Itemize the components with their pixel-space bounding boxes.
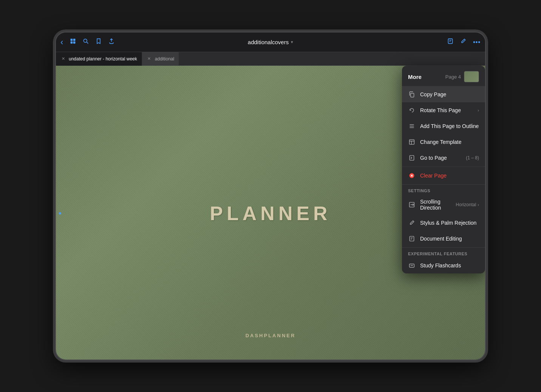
change-template-label: Change Template [420, 139, 479, 145]
svg-line-5 [87, 42, 88, 43]
stylus-palm-item[interactable]: Stylus & Palm Rejection [402, 215, 485, 231]
copy-page-label: Copy Page [420, 91, 479, 97]
subtitle-regular: PLANNER [264, 333, 296, 338]
tab-close-1[interactable]: ✕ [147, 56, 152, 62]
tab-1[interactable]: ✕ additional [142, 52, 179, 66]
divider-3 [402, 247, 485, 248]
rotate-icon [408, 106, 416, 114]
side-indicator [59, 212, 61, 215]
change-template-item[interactable]: Change Template [402, 134, 485, 150]
clear-icon [408, 172, 416, 179]
document-button[interactable] [447, 38, 453, 46]
goto-icon [408, 154, 416, 162]
document-title[interactable]: additionalcovers [248, 39, 289, 45]
copy-page-item[interactable]: Copy Page [402, 86, 485, 102]
copy-icon [408, 91, 416, 98]
content-area: PLANNER DASHPLANNER More Page 4 Copy Pag… [56, 66, 485, 360]
toolbar-center: additionalcovers ▾ [248, 39, 293, 45]
search-button[interactable] [83, 38, 89, 46]
divider-2 [402, 184, 485, 185]
rotate-page-item[interactable]: Rotate This Page › [402, 102, 485, 118]
tab-label-1: additional [155, 56, 174, 62]
divider-1 [402, 167, 485, 167]
dropdown-header: More Page 4 [402, 66, 485, 86]
svg-rect-9 [411, 93, 414, 97]
clear-page-label: Clear Page [420, 173, 479, 179]
study-flashcards-label: Study Flashcards [420, 262, 479, 269]
svg-point-4 [84, 39, 87, 42]
svg-rect-2 [71, 42, 73, 44]
document-editing-item[interactable]: Document Editing [402, 231, 485, 247]
rotate-page-label: Rotate This Page [420, 107, 473, 113]
pencil-button[interactable] [460, 38, 466, 46]
document-edit-icon [408, 235, 416, 242]
scrolling-direction-item[interactable]: Scrolling Direction Horizontal › [402, 194, 485, 215]
study-flashcards-item[interactable]: Study Flashcards [402, 258, 485, 273]
toolbar-right: ••• [447, 38, 481, 46]
device-frame: ‹ additionalcovers ▾ • [55, 32, 486, 360]
back-button[interactable]: ‹ [60, 37, 63, 47]
page-label: Page 4 [445, 74, 461, 80]
go-to-page-range: (1 – 8) [466, 155, 479, 161]
planner-title: PLANNER [210, 202, 331, 225]
stylus-palm-label: Stylus & Palm Rejection [420, 220, 479, 226]
subtitle-bold: DASH [246, 333, 264, 338]
go-to-page-item[interactable]: Go to Page (1 – 8) [402, 150, 485, 166]
more-button[interactable]: ••• [473, 39, 481, 46]
dropdown-title: More [408, 74, 422, 80]
add-outline-label: Add This Page to Outline [420, 123, 479, 129]
dropdown-menu: More Page 4 Copy Page Rotate This Page [402, 66, 485, 273]
share-button[interactable] [108, 38, 114, 46]
svg-rect-1 [73, 39, 76, 41]
tab-bar: ✕ undated planner - horizontal week ✕ ad… [56, 52, 485, 66]
bookmark-button[interactable] [96, 38, 102, 46]
rotate-chevron-icon: › [478, 108, 479, 113]
toolbar-left: ‹ [60, 37, 114, 47]
svg-rect-21 [410, 236, 414, 241]
title-chevron-icon: ▾ [291, 40, 293, 45]
experimental-section-label: EXPERIMENTAL FEATURES [402, 248, 485, 258]
svg-rect-13 [410, 140, 414, 145]
tab-0[interactable]: ✕ undated planner - horizontal week [56, 52, 142, 66]
template-icon [408, 138, 416, 146]
scrolling-direction-label: Scrolling Direction [420, 199, 451, 211]
svg-rect-0 [71, 39, 73, 41]
scrolling-direction-value: Horizontal › [456, 202, 479, 207]
outline-icon [408, 122, 416, 130]
clear-page-item[interactable]: Clear Page [402, 168, 485, 184]
flashcard-icon [408, 262, 416, 269]
document-editing-label: Document Editing [420, 236, 479, 242]
scroll-chevron-icon: › [478, 202, 479, 207]
stylus-icon [408, 219, 416, 227]
add-outline-item[interactable]: Add This Page to Outline [402, 118, 485, 134]
page-thumbnail [464, 71, 479, 82]
grid-button[interactable] [70, 38, 76, 46]
settings-section-label: SETTINGS [402, 185, 485, 194]
scroll-icon [408, 201, 416, 208]
tab-label-0: undated planner - horizontal week [69, 56, 137, 62]
svg-rect-3 [73, 42, 76, 44]
toolbar: ‹ additionalcovers ▾ • [56, 32, 485, 52]
go-to-page-label: Go to Page [420, 155, 461, 161]
tab-close-0[interactable]: ✕ [60, 56, 66, 62]
planner-subtitle: DASHPLANNER [246, 333, 296, 338]
